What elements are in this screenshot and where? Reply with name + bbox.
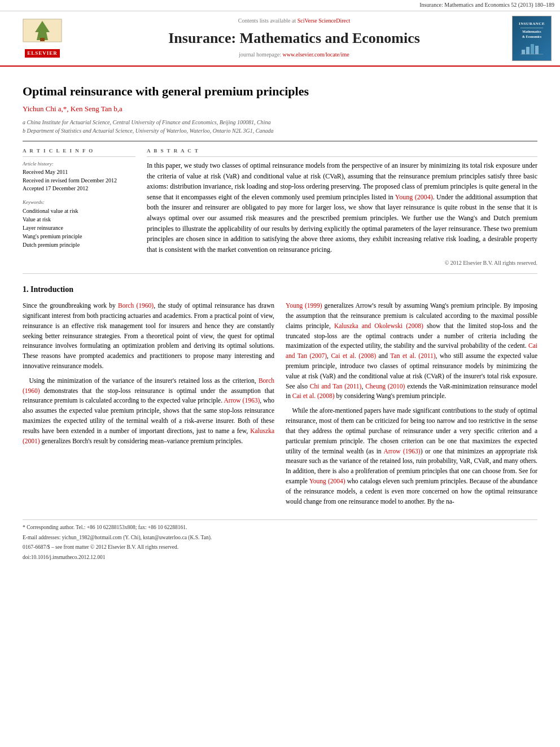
tan-et-al-2011-link[interactable]: Tan et al. (2011)	[390, 352, 435, 359]
chi-tan-2011-link[interactable]: Chi and Tan (2011)	[310, 383, 362, 390]
journal-reference-text: Insurance: Mathematics and Economics 52 …	[419, 2, 554, 8]
young-1999-link[interactable]: Young (1999)	[286, 302, 322, 309]
keyword-3: Layer reinsurance	[23, 224, 135, 232]
sciencedirect-link[interactable]: Contents lists available at SciVerse Sci…	[79, 17, 509, 25]
kaluszka-okolewski-link[interactable]: Kaluszka and Okolewski (2008)	[334, 322, 423, 329]
info-abstract-section: A R T I C L E I N F O Article history: R…	[23, 147, 537, 268]
intro-left-col: Since the groundbreaking work by Borch (…	[23, 301, 274, 511]
publisher-logo-area: ELSEVIER	[6, 19, 79, 58]
arrow-1963-link[interactable]: Arrow (1963)	[224, 397, 260, 404]
elsevier-label: ELSEVIER	[25, 49, 60, 58]
history-label: Article history:	[23, 160, 135, 168]
cheung-2010-link[interactable]: Cheung (2010)	[365, 383, 405, 390]
authors-line: Yichun Chi a,*, Ken Seng Tan b,a	[23, 104, 537, 115]
young-2004-link-2[interactable]: Young (2004)	[309, 478, 345, 484]
intro-right-para-2: While the afore-mentioned papers have ma…	[286, 406, 537, 506]
divider-middle	[23, 273, 537, 274]
journal-cover-area: INSURANCE Mathematics & Economics	[509, 16, 554, 61]
keyword-2: Value at risk	[23, 215, 135, 224]
abstract-text: In this paper, we study two classes of o…	[147, 160, 537, 255]
cover-chart-icon	[520, 41, 543, 55]
cai-et-al-2008-link-2[interactable]: Cai et al. (2008)	[292, 392, 335, 399]
svg-rect-7	[535, 46, 539, 54]
affiliation-b: b Department of Statistics and Actuarial…	[23, 126, 537, 135]
footnotes-section: * Corresponding author. Tel.: +86 10 622…	[23, 519, 537, 561]
article-history: Article history: Received May 2011 Recei…	[23, 160, 135, 193]
intro-para-2: Using the minimization of the variance o…	[23, 376, 274, 447]
journal-banner: ELSEVIER Contents lists available at Sci…	[0, 11, 560, 67]
intro-right-col: Young (1999) generalizes Arrow's result …	[286, 301, 537, 511]
abstract-column: A B S T R A C T In this paper, we study …	[147, 147, 537, 268]
intro-right-para-1: Young (1999) generalizes Arrow's result …	[286, 301, 537, 401]
intro-title: Introduction	[30, 285, 73, 294]
young-2004-link[interactable]: Young (2004)	[395, 193, 433, 201]
footnote-star: * Corresponding author. Tel.: +86 10 622…	[23, 523, 537, 531]
keyword-5: Dutch premium principle	[23, 241, 135, 249]
intro-body-columns: Since the groundbreaking work by Borch (…	[23, 301, 537, 511]
article-info-column: A R T I C L E I N F O Article history: R…	[23, 147, 135, 268]
kaluszka-2001-link[interactable]: Kaluszka (2001)	[23, 427, 274, 444]
journal-cover-image: INSURANCE Mathematics & Economics	[512, 16, 552, 61]
keyword-4: Wang's premium principle	[23, 232, 135, 241]
journal-reference-bar: Insurance: Mathematics and Economics 52 …	[0, 0, 560, 11]
intro-number: 1.	[23, 285, 29, 294]
journal-title-area: Contents lists available at SciVerse Sci…	[79, 17, 509, 59]
copyright-line: © 2012 Elsevier B.V. All rights reserved…	[147, 259, 537, 268]
footnote-email: E-mail addresses: yichun_1982@hotmail.co…	[23, 534, 537, 541]
intro-para-1: Since the groundbreaking work by Borch (…	[23, 301, 274, 372]
affiliation-a: a China Institute for Actuarial Science,…	[23, 118, 537, 126]
received-date: Received May 2011	[23, 168, 135, 177]
accepted-date: Accepted 17 December 2012	[23, 185, 135, 193]
main-content-area: Optimal reinsurance with general premium…	[0, 67, 560, 575]
revised-date: Received in revised form December 2012	[23, 177, 135, 185]
keyword-1: Conditional value at risk	[23, 207, 135, 215]
journal-homepage-line: journal homepage: www.elsevier.com/locat…	[79, 51, 509, 59]
affiliations: a China Institute for Actuarial Science,…	[23, 118, 537, 135]
introduction-section: 1. Introduction Since the groundbreaking…	[23, 284, 537, 512]
svg-rect-4	[522, 50, 525, 54]
footnote-issn: 0167-6687/$ – see front matter © 2012 El…	[23, 543, 537, 551]
cai-et-al-2008-link[interactable]: Cai et al. (2008)	[331, 352, 376, 359]
svg-rect-2	[40, 38, 45, 41]
journal-main-title: Insurance: Mathematics and Economics	[79, 28, 509, 49]
homepage-label: journal homepage:	[239, 51, 281, 58]
article-info-label: A R T I C L E I N F O	[23, 147, 135, 157]
elsevier-logo-icon	[23, 19, 62, 48]
abstract-label: A B S T R A C T	[147, 147, 537, 157]
intro-heading: 1. Introduction	[23, 284, 537, 295]
contents-text: Contents lists available at	[238, 18, 296, 24]
svg-rect-6	[531, 44, 534, 54]
keywords-section: Keywords: Conditional value at risk Valu…	[23, 199, 135, 249]
svg-rect-5	[526, 47, 530, 54]
borch-1960-link-2[interactable]: Borch (1960)	[23, 377, 274, 394]
article-title: Optimal reinsurance with general premium…	[23, 84, 537, 100]
keywords-label: Keywords:	[23, 199, 135, 206]
sciencedirect-anchor[interactable]: SciVerse ScienceDirect	[298, 18, 351, 24]
cover-title: INSURANCE	[519, 21, 545, 27]
authors-text: Yichun Chi a,*, Ken Seng Tan b,a	[23, 104, 123, 113]
borch-1960-link[interactable]: Borch (1960)	[118, 302, 154, 309]
homepage-url[interactable]: www.elsevier.com/locate/ime	[283, 51, 349, 58]
divider-top	[23, 141, 537, 142]
footnote-doi: doi:10.1016/j.insmatheco.2012.12.001	[23, 553, 537, 561]
arrow-1963-link-2[interactable]: Arrow (1963)	[383, 448, 420, 455]
